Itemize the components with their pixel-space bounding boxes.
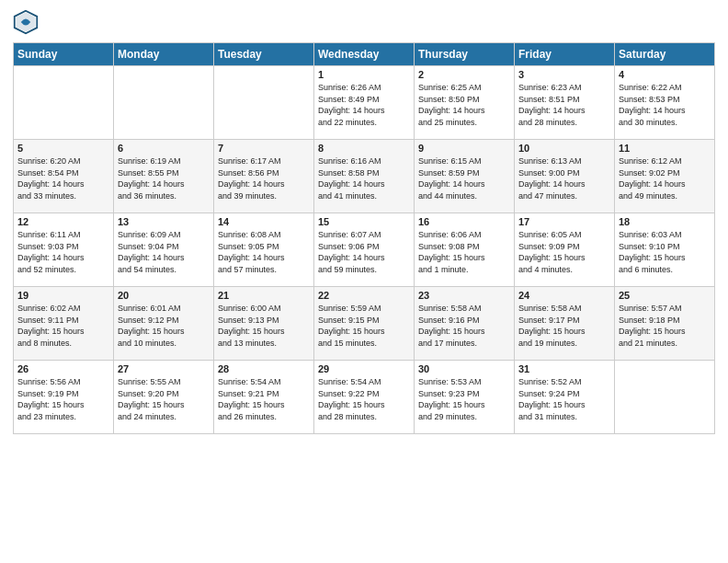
day-info: Sunrise: 6:00 AM Sunset: 9:13 PM Dayligh… [218, 303, 310, 349]
calendar-cell: 22Sunrise: 5:59 AM Sunset: 9:15 PM Dayli… [314, 287, 415, 361]
day-info: Sunrise: 5:56 AM Sunset: 9:19 PM Dayligh… [17, 376, 109, 422]
week-row-5: 26Sunrise: 5:56 AM Sunset: 9:19 PM Dayli… [14, 361, 715, 434]
day-info: Sunrise: 6:13 AM Sunset: 9:00 PM Dayligh… [518, 155, 610, 201]
day-info: Sunrise: 6:07 AM Sunset: 9:06 PM Dayligh… [318, 229, 410, 275]
calendar-cell: 14Sunrise: 6:08 AM Sunset: 9:05 PM Dayli… [214, 213, 314, 287]
day-number: 7 [218, 143, 310, 154]
weekday-monday: Monday [114, 43, 214, 66]
day-number: 10 [518, 143, 610, 154]
day-number: 8 [318, 143, 410, 154]
logo [13, 9, 42, 35]
calendar-cell: 3Sunrise: 6:23 AM Sunset: 8:51 PM Daylig… [515, 66, 615, 140]
calendar-cell: 21Sunrise: 6:00 AM Sunset: 9:13 PM Dayli… [214, 287, 314, 361]
calendar-cell: 20Sunrise: 6:01 AM Sunset: 9:12 PM Dayli… [114, 287, 214, 361]
calendar-cell: 2Sunrise: 6:25 AM Sunset: 8:50 PM Daylig… [415, 66, 515, 140]
calendar-cell: 30Sunrise: 5:53 AM Sunset: 9:23 PM Dayli… [415, 361, 515, 434]
generalblue-logo-icon [13, 9, 39, 35]
day-info: Sunrise: 6:12 AM Sunset: 9:02 PM Dayligh… [619, 155, 711, 201]
day-number: 9 [418, 143, 510, 154]
weekday-friday: Friday [515, 43, 615, 66]
calendar-cell: 24Sunrise: 5:58 AM Sunset: 9:17 PM Dayli… [515, 287, 615, 361]
day-number: 2 [418, 69, 510, 80]
calendar-cell: 23Sunrise: 5:58 AM Sunset: 9:16 PM Dayli… [415, 287, 515, 361]
day-number: 31 [518, 363, 610, 374]
day-number: 6 [118, 143, 210, 154]
day-number: 30 [418, 363, 510, 374]
day-number: 23 [418, 290, 510, 301]
day-number: 28 [218, 363, 310, 374]
day-number: 16 [418, 216, 510, 227]
calendar-cell [615, 361, 715, 434]
day-number: 4 [619, 69, 711, 80]
calendar-cell: 26Sunrise: 5:56 AM Sunset: 9:19 PM Dayli… [14, 361, 114, 434]
calendar-cell: 7Sunrise: 6:17 AM Sunset: 8:56 PM Daylig… [214, 140, 314, 213]
day-info: Sunrise: 6:15 AM Sunset: 8:59 PM Dayligh… [418, 155, 510, 201]
day-info: Sunrise: 5:54 AM Sunset: 9:21 PM Dayligh… [218, 376, 310, 422]
calendar-cell: 17Sunrise: 6:05 AM Sunset: 9:09 PM Dayli… [515, 213, 615, 287]
day-info: Sunrise: 6:25 AM Sunset: 8:50 PM Dayligh… [418, 82, 510, 128]
day-number: 17 [518, 216, 610, 227]
day-info: Sunrise: 5:59 AM Sunset: 9:15 PM Dayligh… [318, 303, 410, 349]
weekday-thursday: Thursday [415, 43, 515, 66]
day-number: 19 [17, 290, 109, 301]
calendar-cell: 5Sunrise: 6:20 AM Sunset: 8:54 PM Daylig… [14, 140, 114, 213]
calendar-cell: 19Sunrise: 6:02 AM Sunset: 9:11 PM Dayli… [14, 287, 114, 361]
day-number: 24 [518, 290, 610, 301]
day-info: Sunrise: 6:17 AM Sunset: 8:56 PM Dayligh… [218, 155, 310, 201]
weekday-sunday: Sunday [14, 43, 114, 66]
calendar-cell: 10Sunrise: 6:13 AM Sunset: 9:00 PM Dayli… [515, 140, 615, 213]
calendar-cell: 27Sunrise: 5:55 AM Sunset: 9:20 PM Dayli… [114, 361, 214, 434]
weekday-saturday: Saturday [615, 43, 715, 66]
day-number: 25 [619, 290, 711, 301]
day-info: Sunrise: 6:26 AM Sunset: 8:49 PM Dayligh… [318, 82, 410, 128]
calendar-cell: 28Sunrise: 5:54 AM Sunset: 9:21 PM Dayli… [214, 361, 314, 434]
day-number: 27 [118, 363, 210, 374]
day-number: 5 [17, 143, 109, 154]
day-info: Sunrise: 5:53 AM Sunset: 9:23 PM Dayligh… [418, 376, 510, 422]
day-number: 21 [218, 290, 310, 301]
calendar-cell [14, 66, 114, 140]
day-info: Sunrise: 6:01 AM Sunset: 9:12 PM Dayligh… [118, 303, 210, 349]
day-number: 14 [218, 216, 310, 227]
day-info: Sunrise: 6:23 AM Sunset: 8:51 PM Dayligh… [518, 82, 610, 128]
day-info: Sunrise: 6:09 AM Sunset: 9:04 PM Dayligh… [118, 229, 210, 275]
calendar-cell: 29Sunrise: 5:54 AM Sunset: 9:22 PM Dayli… [314, 361, 415, 434]
day-info: Sunrise: 6:22 AM Sunset: 8:53 PM Dayligh… [619, 82, 711, 128]
calendar-cell: 15Sunrise: 6:07 AM Sunset: 9:06 PM Dayli… [314, 213, 415, 287]
day-info: Sunrise: 6:05 AM Sunset: 9:09 PM Dayligh… [518, 229, 610, 275]
week-row-2: 5Sunrise: 6:20 AM Sunset: 8:54 PM Daylig… [14, 140, 715, 213]
day-info: Sunrise: 5:52 AM Sunset: 9:24 PM Dayligh… [518, 376, 610, 422]
day-number: 11 [619, 143, 711, 154]
day-info: Sunrise: 5:55 AM Sunset: 9:20 PM Dayligh… [118, 376, 210, 422]
calendar-cell: 4Sunrise: 6:22 AM Sunset: 8:53 PM Daylig… [615, 66, 715, 140]
day-info: Sunrise: 5:58 AM Sunset: 9:17 PM Dayligh… [518, 303, 610, 349]
day-info: Sunrise: 6:19 AM Sunset: 8:55 PM Dayligh… [118, 155, 210, 201]
week-row-4: 19Sunrise: 6:02 AM Sunset: 9:11 PM Dayli… [14, 287, 715, 361]
day-info: Sunrise: 6:03 AM Sunset: 9:10 PM Dayligh… [619, 229, 711, 275]
calendar-cell: 16Sunrise: 6:06 AM Sunset: 9:08 PM Dayli… [415, 213, 515, 287]
day-info: Sunrise: 5:54 AM Sunset: 9:22 PM Dayligh… [318, 376, 410, 422]
day-number: 3 [518, 69, 610, 80]
page: SundayMondayTuesdayWednesdayThursdayFrid… [0, 0, 728, 443]
day-number: 12 [17, 216, 109, 227]
weekday-wednesday: Wednesday [314, 43, 415, 66]
day-info: Sunrise: 5:58 AM Sunset: 9:16 PM Dayligh… [418, 303, 510, 349]
calendar-cell: 13Sunrise: 6:09 AM Sunset: 9:04 PM Dayli… [114, 213, 214, 287]
calendar-cell [214, 66, 314, 140]
day-info: Sunrise: 6:02 AM Sunset: 9:11 PM Dayligh… [17, 303, 109, 349]
day-number: 26 [17, 363, 109, 374]
day-number: 29 [318, 363, 410, 374]
weekday-tuesday: Tuesday [214, 43, 314, 66]
calendar-cell [114, 66, 214, 140]
calendar-cell: 11Sunrise: 6:12 AM Sunset: 9:02 PM Dayli… [615, 140, 715, 213]
calendar-cell: 9Sunrise: 6:15 AM Sunset: 8:59 PM Daylig… [415, 140, 515, 213]
day-info: Sunrise: 6:16 AM Sunset: 8:58 PM Dayligh… [318, 155, 410, 201]
calendar-cell: 25Sunrise: 5:57 AM Sunset: 9:18 PM Dayli… [615, 287, 715, 361]
day-info: Sunrise: 6:06 AM Sunset: 9:08 PM Dayligh… [418, 229, 510, 275]
day-number: 13 [118, 216, 210, 227]
day-number: 1 [318, 69, 410, 80]
day-number: 22 [318, 290, 410, 301]
calendar-cell: 18Sunrise: 6:03 AM Sunset: 9:10 PM Dayli… [615, 213, 715, 287]
day-info: Sunrise: 6:08 AM Sunset: 9:05 PM Dayligh… [218, 229, 310, 275]
calendar-cell: 31Sunrise: 5:52 AM Sunset: 9:24 PM Dayli… [515, 361, 615, 434]
